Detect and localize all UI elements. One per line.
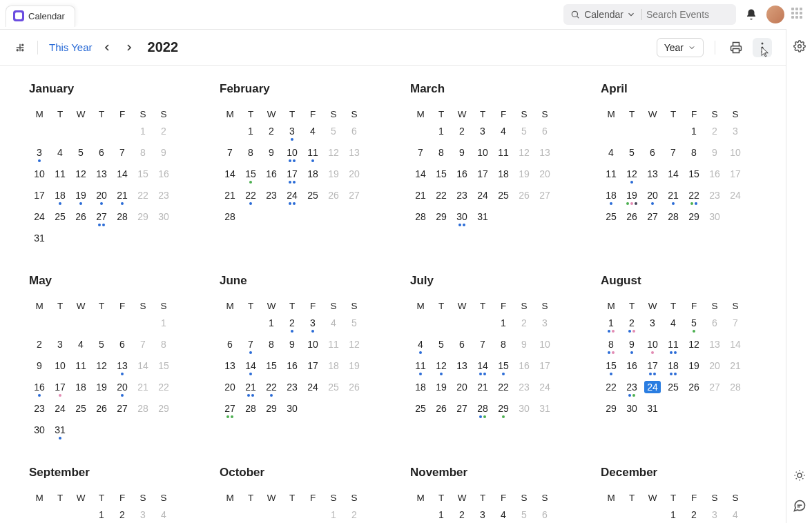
day-cell[interactable]: 15 — [684, 168, 704, 186]
day-cell[interactable]: 19 — [344, 359, 365, 378]
day-cell[interactable]: 4 — [725, 509, 746, 523]
day-cell[interactable]: 9 — [704, 146, 725, 165]
day-cell[interactable]: 20 — [452, 381, 472, 399]
day-cell[interactable]: 1 — [493, 317, 514, 335]
day-cell[interactable]: 11 — [323, 338, 344, 357]
day-cell[interactable]: 27 — [91, 210, 112, 229]
day-cell[interactable]: 2 — [261, 125, 282, 144]
day-cell[interactable]: 21 — [663, 189, 684, 208]
day-cell[interactable]: 12 — [514, 146, 534, 165]
day-cell[interactable]: 24 — [642, 381, 663, 399]
day-cell[interactable]: 6 — [704, 317, 725, 335]
day-cell[interactable]: 1 — [240, 125, 261, 144]
day-cell[interactable]: 8 — [601, 338, 621, 357]
day-cell[interactable]: 29 — [684, 210, 704, 229]
day-cell[interactable]: 20 — [642, 189, 663, 208]
day-cell[interactable]: 15 — [431, 168, 452, 186]
day-cell[interactable]: 12 — [344, 338, 365, 357]
day-cell[interactable]: 5 — [431, 338, 452, 357]
settings-button[interactable] — [791, 37, 809, 55]
day-cell[interactable]: 20 — [91, 189, 112, 208]
day-cell[interactable]: 6 — [112, 338, 133, 357]
print-button[interactable] — [726, 38, 746, 57]
day-cell[interactable]: 23 — [514, 381, 534, 399]
day-cell[interactable]: 31 — [534, 402, 555, 421]
day-cell[interactable]: 18 — [50, 189, 70, 208]
day-cell[interactable]: 21 — [725, 359, 746, 378]
day-cell[interactable]: 6 — [534, 125, 555, 144]
day-cell[interactable]: 4 — [410, 338, 431, 357]
day-cell[interactable]: 5 — [514, 125, 534, 144]
day-cell[interactable]: 13 — [344, 146, 365, 165]
day-cell[interactable]: 16 — [282, 359, 302, 378]
day-cell[interactable]: 8 — [240, 146, 261, 165]
day-cell[interactable]: 16 — [621, 359, 642, 378]
day-cell[interactable]: 3 — [282, 125, 302, 144]
day-cell[interactable]: 3 — [704, 509, 725, 523]
day-cell[interactable]: 3 — [29, 146, 50, 165]
day-cell[interactable]: 23 — [621, 381, 642, 399]
day-cell[interactable]: 18 — [70, 381, 91, 399]
day-cell[interactable]: 4 — [493, 125, 514, 144]
day-cell[interactable]: 5 — [514, 509, 534, 523]
day-cell[interactable]: 4 — [50, 146, 70, 165]
day-cell[interactable]: 3 — [50, 338, 70, 357]
day-cell[interactable]: 26 — [431, 402, 452, 421]
day-cell[interactable]: 27 — [452, 402, 472, 421]
day-cell[interactable]: 28 — [663, 210, 684, 229]
day-cell[interactable]: 1 — [431, 509, 452, 523]
day-cell[interactable]: 2 — [621, 317, 642, 335]
day-cell[interactable]: 18 — [410, 381, 431, 399]
day-cell[interactable]: 8 — [133, 146, 153, 165]
day-cell[interactable]: 29 — [493, 402, 514, 421]
day-cell[interactable]: 30 — [282, 402, 302, 421]
this-year-link[interactable]: This Year — [49, 41, 93, 53]
day-cell[interactable]: 3 — [642, 317, 663, 335]
day-cell[interactable]: 26 — [91, 402, 112, 421]
day-cell[interactable]: 1 — [601, 317, 621, 335]
day-cell[interactable]: 12 — [684, 338, 704, 357]
day-cell[interactable]: 13 — [220, 359, 240, 378]
day-cell[interactable]: 2 — [452, 125, 472, 144]
day-cell[interactable]: 25 — [302, 189, 323, 208]
day-cell[interactable]: 24 — [725, 189, 746, 208]
day-cell[interactable]: 10 — [50, 359, 70, 378]
day-cell[interactable]: 13 — [91, 168, 112, 186]
day-cell[interactable]: 17 — [302, 359, 323, 378]
day-cell[interactable]: 29 — [133, 210, 153, 229]
day-cell[interactable]: 10 — [534, 338, 555, 357]
day-cell[interactable]: 10 — [472, 146, 493, 165]
day-cell[interactable]: 14 — [725, 338, 746, 357]
day-cell[interactable]: 14 — [663, 168, 684, 186]
day-cell[interactable]: 9 — [514, 338, 534, 357]
day-cell[interactable]: 6 — [534, 509, 555, 523]
day-cell[interactable]: 7 — [240, 338, 261, 357]
day-cell[interactable]: 23 — [452, 189, 472, 208]
day-cell[interactable]: 16 — [452, 168, 472, 186]
day-cell[interactable]: 26 — [514, 189, 534, 208]
day-cell[interactable]: 16 — [261, 168, 282, 186]
day-cell[interactable]: 7 — [112, 146, 133, 165]
day-cell[interactable]: 30 — [153, 210, 174, 229]
day-cell[interactable]: 24 — [472, 189, 493, 208]
day-cell[interactable]: 25 — [323, 381, 344, 399]
day-cell[interactable]: 22 — [601, 381, 621, 399]
search-mode-select[interactable]: Calendar — [584, 9, 642, 20]
day-cell[interactable]: 8 — [493, 338, 514, 357]
day-cell[interactable]: 10 — [302, 338, 323, 357]
day-cell[interactable]: 29 — [261, 402, 282, 421]
day-cell[interactable]: 28 — [410, 210, 431, 229]
day-cell[interactable]: 9 — [282, 338, 302, 357]
day-cell[interactable]: 25 — [50, 210, 70, 229]
day-cell[interactable]: 17 — [282, 168, 302, 186]
day-cell[interactable]: 15 — [153, 359, 174, 378]
day-cell[interactable]: 24 — [302, 381, 323, 399]
day-cell[interactable]: 23 — [29, 402, 50, 421]
more-options-button[interactable] — [753, 38, 772, 57]
day-cell[interactable]: 22 — [493, 381, 514, 399]
day-cell[interactable]: 11 — [50, 168, 70, 186]
day-cell[interactable]: 6 — [344, 125, 365, 144]
day-cell[interactable]: 5 — [344, 317, 365, 335]
day-cell[interactable]: 2 — [514, 317, 534, 335]
day-cell[interactable]: 7 — [663, 146, 684, 165]
